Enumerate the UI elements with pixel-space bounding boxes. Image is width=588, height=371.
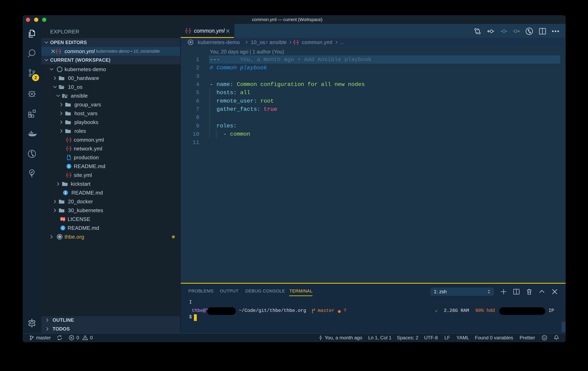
svg-text:A: A [65, 96, 67, 98]
